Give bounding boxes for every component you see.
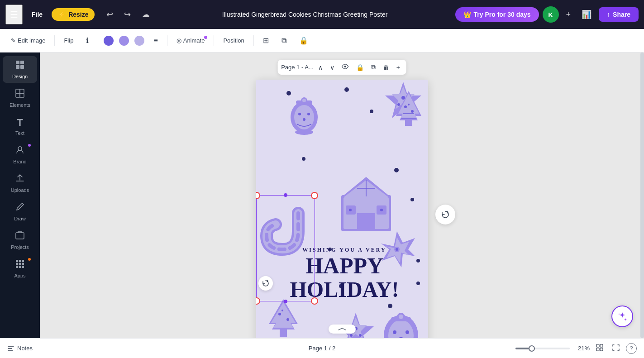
canvas-poster[interactable]: WISHING YOU A VERY HAPPY HOLIDAY! From o…	[256, 80, 428, 338]
svg-point-86	[350, 334, 353, 337]
more-colors-button[interactable]: ≡	[150, 34, 161, 47]
sidebar-item-apps-label: Apps	[14, 273, 25, 278]
avatar-button[interactable]: K	[543, 6, 559, 23]
svg-point-74	[396, 248, 398, 251]
redo-button[interactable]: ↪	[119, 7, 135, 22]
svg-rect-108	[596, 348, 599, 351]
canvas-area[interactable]: Page 1 - A... ∧ ∨ 🔒 ⧉ 🗑 +	[40, 53, 644, 338]
svg-point-26	[394, 168, 399, 172]
duplicate-button[interactable]: ⧉	[278, 34, 290, 47]
help-button[interactable]: ?	[626, 343, 637, 354]
zoom-percentage: 21%	[573, 345, 590, 352]
svg-text:HOLIDAY!: HOLIDAY!	[290, 277, 399, 301]
notes-button[interactable]: Notes	[7, 345, 33, 352]
svg-rect-5	[20, 89, 24, 93]
svg-point-55	[404, 105, 407, 108]
svg-point-19	[344, 66, 346, 67]
svg-point-21	[286, 91, 291, 95]
menu-button[interactable]: ☰	[5, 5, 23, 24]
animate-label: Animate	[183, 37, 205, 44]
object-toolbar: ✎ Edit image Flip ℹ ≡ ◎ Animate Position…	[0, 29, 644, 53]
save-cloud-button[interactable]: ☁	[137, 7, 154, 22]
ai-assistant-button[interactable]	[611, 305, 633, 327]
draw-icon	[15, 202, 25, 214]
share-icon: ↑	[607, 11, 610, 18]
fullscreen-button[interactable]	[610, 342, 622, 355]
try-pro-label: Try Pro for 30 days	[474, 11, 531, 18]
undo-button[interactable]: ↩	[102, 7, 118, 22]
svg-rect-1	[20, 61, 24, 64]
zoom-slider-thumb[interactable]	[529, 345, 535, 352]
document-title: Illustrated Gingerbread Cookies Christma…	[158, 11, 451, 18]
svg-point-47	[401, 96, 405, 100]
lock-button[interactable]: 🔒	[296, 34, 312, 47]
sidebar-item-draw[interactable]: Draw	[3, 198, 37, 225]
svg-point-80	[278, 313, 281, 315]
color-swatch-2[interactable]	[119, 36, 129, 46]
rotate-element-button[interactable]	[258, 276, 273, 291]
divider-1	[54, 35, 55, 46]
page-nav-down[interactable]: ∨	[327, 62, 337, 72]
sidebar-item-design[interactable]: Design	[3, 56, 37, 83]
animate-icon: ◎	[177, 37, 181, 44]
sidebar-item-elements[interactable]: Elements	[3, 85, 37, 111]
poster-inner: WISHING YOU A VERY HAPPY HOLIDAY! From o…	[256, 80, 428, 338]
page-add-btn[interactable]: +	[394, 62, 403, 72]
edit-image-label: Edit image	[18, 37, 45, 44]
svg-rect-18	[22, 266, 24, 268]
elements-icon	[15, 88, 25, 100]
zoom-slider-track[interactable]	[515, 348, 570, 349]
svg-point-48	[397, 103, 400, 106]
svg-rect-17	[19, 266, 21, 268]
apps-dot	[28, 258, 31, 261]
flip-button[interactable]: Flip	[60, 35, 77, 46]
sidebar-item-brand[interactable]: Brand	[3, 141, 37, 168]
canvas-scrollbar[interactable]	[640, 53, 644, 338]
svg-point-29	[416, 259, 420, 263]
page-copy-btn[interactable]: ⧉	[368, 62, 378, 72]
share-button[interactable]: ↑ Share	[599, 7, 639, 22]
svg-rect-16	[16, 266, 18, 268]
svg-rect-7	[20, 93, 24, 97]
edit-image-button[interactable]: ✎ Edit image	[7, 35, 49, 46]
canvas-hide-bar[interactable]	[329, 325, 356, 334]
svg-rect-4	[16, 89, 20, 93]
file-menu-button[interactable]: File	[26, 8, 48, 21]
page-nav-up[interactable]: ∧	[315, 62, 325, 72]
color-swatch-1[interactable]	[104, 36, 114, 46]
uploads-icon	[15, 173, 25, 186]
try-pro-button[interactable]: 👑 Try Pro for 30 days	[455, 7, 539, 22]
animate-button[interactable]: ◎ Animate	[173, 35, 209, 46]
sidebar-item-apps[interactable]: Apps	[3, 255, 37, 282]
svg-point-22	[344, 87, 349, 92]
svg-rect-107	[600, 344, 603, 347]
page-lock-btn[interactable]: 🔒	[353, 62, 367, 72]
color-swatch-3[interactable]	[134, 36, 144, 46]
sidebar-item-text[interactable]: T Text	[3, 113, 37, 139]
add-button[interactable]: +	[563, 7, 575, 22]
edit-image-icon: ✎	[11, 37, 16, 44]
topbar: ☰ File ⚡ Resize ↩ ↪ ☁ Illustrated Ginger…	[0, 0, 644, 29]
info-button[interactable]: ℹ	[82, 34, 92, 47]
topbar-right-actions: 👑 Try Pro for 30 days K + 📊 ↑ Share	[455, 6, 639, 23]
svg-rect-13	[16, 263, 18, 265]
rotate-hint-button[interactable]	[435, 205, 455, 224]
analytics-button[interactable]: 📊	[578, 7, 595, 22]
position-button[interactable]: Position	[219, 35, 248, 46]
transparency-button[interactable]: ⊞	[259, 34, 272, 47]
page-controls: Page 1 - A... ∧ ∨ 🔒 ⧉ 🗑 +	[277, 60, 406, 75]
svg-point-24	[370, 110, 373, 113]
sidebar-item-draw-label: Draw	[14, 216, 26, 221]
sidebar-item-uploads[interactable]: Uploads	[3, 170, 37, 196]
page-delete-btn[interactable]: 🗑	[380, 62, 392, 72]
sidebar-item-projects[interactable]: Projects	[3, 227, 37, 253]
bottombar: Notes Page 1 / 2 21% ?	[0, 338, 644, 358]
apps-icon	[15, 259, 25, 271]
svg-rect-109	[600, 348, 603, 351]
svg-point-70	[380, 209, 383, 211]
zoom-controls: 21% ?	[515, 342, 637, 355]
resize-button[interactable]: ⚡ Resize	[52, 8, 95, 21]
divider-3	[167, 35, 167, 46]
grid-view-button[interactable]	[593, 342, 606, 355]
page-visibility-btn[interactable]	[339, 62, 352, 73]
